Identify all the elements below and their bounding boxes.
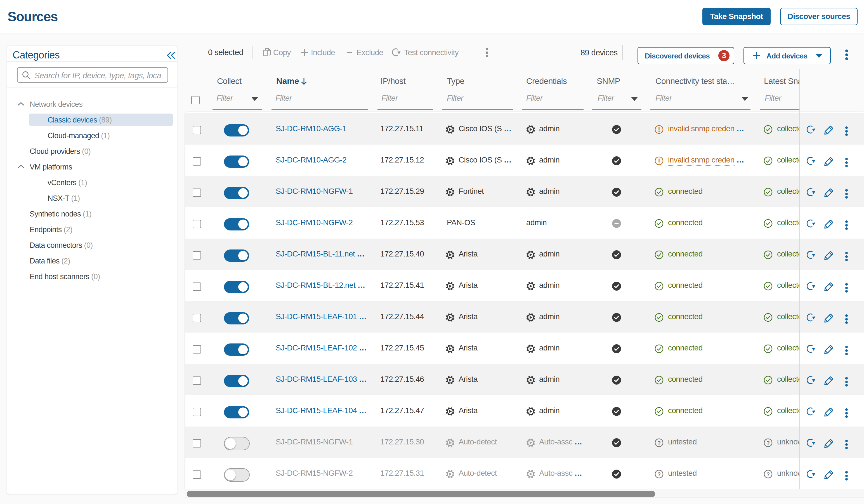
svg-text:?: ? (657, 440, 660, 446)
svg-text:?: ? (766, 440, 769, 446)
svg-text:?: ? (766, 471, 769, 477)
svg-text:?: ? (657, 471, 660, 477)
